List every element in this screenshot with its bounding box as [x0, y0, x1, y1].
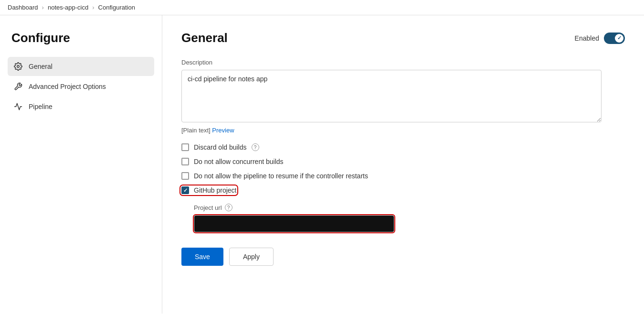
sidebar-title: Configure: [8, 31, 154, 45]
action-buttons: Save Apply: [181, 248, 625, 266]
options-list: Discard old builds ? Do not allow concur…: [181, 143, 625, 194]
project-url-label-row: Project url ?: [194, 204, 625, 211]
gear-icon: [13, 62, 23, 71]
project-url-help-icon[interactable]: ?: [225, 204, 232, 211]
toggle-knob: ✓: [615, 34, 623, 43]
option-row-concurrent: Do not allow concurrent builds: [181, 158, 625, 165]
project-url-label: Project url: [194, 204, 222, 211]
save-button[interactable]: Save: [181, 248, 223, 266]
description-label: Description: [181, 59, 625, 66]
resume-checkbox[interactable]: [181, 172, 189, 180]
project-url-input-wrap: [194, 215, 394, 232]
github-section: Project url ?: [194, 204, 625, 232]
breadcrumb-sep-2: ›: [92, 4, 94, 11]
sidebar-item-general-label: General: [29, 63, 53, 70]
sidebar-item-advanced-label: Advanced Project Options: [29, 83, 106, 90]
discard-help-icon[interactable]: ?: [252, 143, 259, 151]
sidebar: Configure General Advan: [0, 15, 162, 314]
sidebar-item-pipeline[interactable]: Pipeline: [8, 97, 154, 116]
discard-label: Discard old builds: [194, 143, 247, 151]
content-header: General Enabled ✓: [181, 31, 625, 45]
project-url-input[interactable]: [194, 215, 394, 232]
concurrent-label: Do not allow concurrent builds: [194, 158, 284, 165]
concurrent-checkbox[interactable]: [181, 158, 189, 165]
option-row-github: ✓ GitHub project: [181, 186, 625, 194]
svg-point-0: [17, 65, 20, 68]
checkbox-github-wrap[interactable]: ✓ GitHub project: [181, 186, 236, 194]
content-area: General Enabled ✓ Description [Plain tex…: [162, 15, 644, 314]
pipeline-icon: [13, 102, 23, 111]
breadcrumb-sep-1: ›: [42, 4, 44, 11]
enabled-toggle[interactable]: ✓: [604, 33, 625, 44]
description-textarea[interactable]: [181, 70, 602, 122]
toggle-check-icon: ✓: [617, 35, 622, 41]
github-label: GitHub project: [194, 186, 236, 194]
sidebar-item-advanced[interactable]: Advanced Project Options: [8, 77, 154, 96]
checkbox-resume[interactable]: Do not allow the pipeline to resume if t…: [181, 172, 368, 180]
plain-text-note: [Plain text] Preview: [181, 127, 625, 134]
content-title: General: [181, 31, 228, 45]
preview-link[interactable]: Preview: [212, 127, 234, 134]
option-row-resume: Do not allow the pipeline to resume if t…: [181, 172, 625, 180]
github-checkbox[interactable]: ✓: [181, 186, 189, 194]
checkbox-check-mark: ✓: [183, 187, 188, 194]
sidebar-item-general[interactable]: General: [8, 57, 154, 76]
apply-button[interactable]: Apply: [229, 248, 274, 266]
breadcrumb: Dashboard › notes-app-cicd › Configurati…: [0, 0, 644, 15]
breadcrumb-project[interactable]: notes-app-cicd: [48, 4, 88, 11]
sidebar-item-pipeline-label: Pipeline: [29, 103, 53, 110]
enabled-area: Enabled ✓: [575, 33, 625, 44]
sidebar-nav: General Advanced Project Options P: [8, 57, 154, 116]
checkbox-discard[interactable]: Discard old builds: [181, 143, 247, 151]
breadcrumb-dashboard[interactable]: Dashboard: [8, 4, 38, 11]
discard-checkbox[interactable]: [181, 143, 189, 151]
checkbox-concurrent[interactable]: Do not allow concurrent builds: [181, 158, 284, 165]
resume-label: Do not allow the pipeline to resume if t…: [194, 172, 368, 180]
wrench-icon: [13, 82, 23, 91]
enabled-label: Enabled: [575, 34, 599, 42]
option-row-discard: Discard old builds ?: [181, 143, 625, 151]
breadcrumb-current: Configuration: [98, 4, 135, 11]
